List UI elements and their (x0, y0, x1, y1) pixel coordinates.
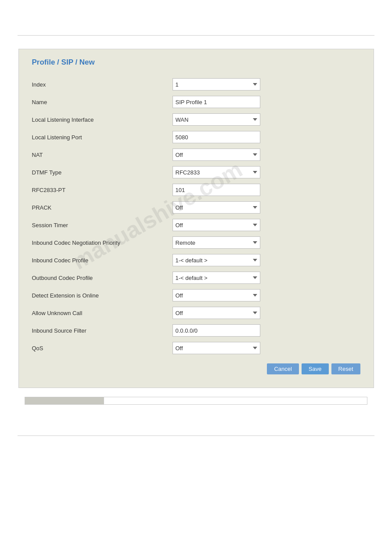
label-local-listening-interface: Local Listening Interface (32, 116, 173, 123)
save-button[interactable]: Save (302, 363, 329, 374)
row-inbound-codec-negotiation-priority: Inbound Codec Negotiation PriorityRemote… (32, 236, 360, 249)
input-local-listening-port[interactable] (173, 131, 260, 143)
row-dtmf-type: DTMF TypeRFC2833InbandSIP INFO (32, 166, 360, 179)
label-session-timer: Session Timer (32, 222, 173, 229)
row-inbound-source-filter: Inbound Source Filter (32, 324, 360, 337)
row-allow-unknown-call: Allow Unknown CallOffOn (32, 306, 360, 319)
control-allow-unknown-call: OffOn (173, 307, 260, 319)
label-inbound-codec-profile: Inbound Codec Profile (32, 257, 173, 264)
label-inbound-codec-negotiation-priority: Inbound Codec Negotiation Priority (32, 239, 173, 246)
control-outbound-codec-profile: 1-< default > (173, 272, 260, 284)
select-dtmf-type[interactable]: RFC2833InbandSIP INFO (173, 166, 260, 178)
control-qos: OffOn (173, 342, 260, 354)
control-inbound-source-filter (173, 324, 260, 337)
row-session-timer: Session TimerOffOn (32, 218, 360, 232)
label-name: Name (32, 99, 173, 105)
row-prack: PRACKOffOn (32, 201, 360, 214)
select-nat[interactable]: OffOn (173, 149, 260, 161)
control-nat: OffOn (173, 149, 260, 161)
select-inbound-codec-profile[interactable]: 1-< default > (173, 254, 260, 266)
control-session-timer: OffOn (173, 219, 260, 231)
bottom-table-col2 (104, 397, 367, 405)
form-title: Profile / SIP / New (32, 58, 360, 69)
row-qos: QoSOffOn (32, 341, 360, 355)
select-outbound-codec-profile[interactable]: 1-< default > (173, 272, 260, 284)
reset-button[interactable]: Reset (331, 363, 360, 374)
input-rfc2833-pt[interactable] (173, 184, 260, 196)
control-dtmf-type: RFC2833InbandSIP INFO (173, 166, 260, 178)
control-inbound-codec-profile: 1-< default > (173, 254, 260, 266)
label-nat: NAT (32, 152, 173, 158)
label-index: Index (32, 81, 173, 88)
label-qos: QoS (32, 345, 173, 352)
select-qos[interactable]: OffOn (173, 342, 260, 354)
select-local-listening-interface[interactable]: WANLAN (173, 113, 260, 126)
cancel-button[interactable]: Cancel (267, 363, 298, 374)
row-outbound-codec-profile: Outbound Codec Profile1-< default > (32, 271, 360, 284)
control-local-listening-interface: WANLAN (173, 113, 260, 126)
input-inbound-source-filter[interactable] (173, 324, 260, 337)
table-row (25, 397, 367, 405)
bottom-rule (18, 435, 374, 436)
row-detect-extension-is-online: Detect Extension is OnlineOffOn (32, 289, 360, 302)
control-rfc2833-pt (173, 184, 260, 196)
bottom-table-col1 (25, 397, 104, 405)
select-session-timer[interactable]: OffOn (173, 219, 260, 231)
label-detect-extension-is-online: Detect Extension is Online (32, 292, 173, 299)
select-prack[interactable]: OffOn (173, 201, 260, 214)
control-name (173, 96, 260, 108)
label-rfc2833-pt: RFC2833-PT (32, 187, 173, 193)
control-prack: OffOn (173, 201, 260, 214)
row-inbound-codec-profile: Inbound Codec Profile1-< default > (32, 254, 360, 267)
row-local-listening-port: Local Listening Port (32, 131, 360, 144)
label-dtmf-type: DTMF Type (32, 169, 173, 176)
control-local-listening-port (173, 131, 260, 143)
label-local-listening-port: Local Listening Port (32, 134, 173, 141)
main-content: Profile / SIP / New Index123NameLocal Li… (0, 36, 392, 427)
row-name: Name (32, 95, 360, 109)
page-wrapper: manualshive.com Profile / SIP / New Inde… (0, 35, 392, 555)
select-index[interactable]: 123 (173, 78, 260, 91)
button-row: Cancel Save Reset (32, 363, 360, 374)
input-name[interactable] (173, 96, 260, 108)
control-inbound-codec-negotiation-priority: RemoteLocal (173, 236, 260, 249)
row-rfc2833-pt: RFC2833-PT (32, 183, 360, 196)
label-outbound-codec-profile: Outbound Codec Profile (32, 275, 173, 281)
control-detect-extension-is-online: OffOn (173, 289, 260, 301)
row-nat: NATOffOn (32, 148, 360, 161)
form-container: Profile / SIP / New Index123NameLocal Li… (18, 49, 374, 388)
row-local-listening-interface: Local Listening InterfaceWANLAN (32, 113, 360, 126)
label-allow-unknown-call: Allow Unknown Call (32, 310, 173, 316)
control-index: 123 (173, 78, 260, 91)
label-inbound-source-filter: Inbound Source Filter (32, 327, 173, 334)
label-prack: PRACK (32, 204, 173, 211)
select-detect-extension-is-online[interactable]: OffOn (173, 289, 260, 301)
row-index: Index123 (32, 78, 360, 91)
select-allow-unknown-call[interactable]: OffOn (173, 307, 260, 319)
bottom-table (25, 397, 367, 405)
select-inbound-codec-negotiation-priority[interactable]: RemoteLocal (173, 236, 260, 249)
form-fields: Index123NameLocal Listening InterfaceWAN… (32, 78, 360, 355)
